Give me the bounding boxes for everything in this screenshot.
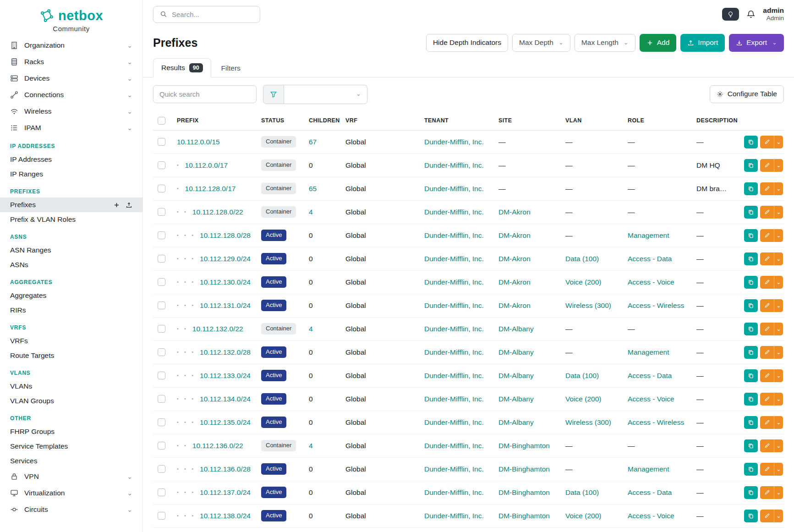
- tenant-link[interactable]: Dunder-Mifflin, Inc.: [424, 302, 484, 309]
- sidebar-item-vpn[interactable]: VPN⌄: [0, 468, 142, 485]
- site-link[interactable]: DM-Binghamton: [498, 512, 550, 520]
- tenant-link[interactable]: Dunder-Mifflin, Inc.: [424, 512, 484, 520]
- row-checkbox[interactable]: [158, 465, 165, 473]
- edit-button[interactable]: [760, 323, 774, 335]
- sidebar-item-organization[interactable]: Organization⌄: [0, 37, 142, 54]
- role-link[interactable]: Access - Wireless: [628, 418, 684, 426]
- vlan-link[interactable]: Data (100): [565, 372, 599, 379]
- tenant-link[interactable]: Dunder-Mifflin, Inc.: [424, 231, 484, 239]
- site-link[interactable]: DM-Binghamton: [498, 442, 550, 450]
- tenant-link[interactable]: Dunder-Mifflin, Inc.: [424, 348, 484, 356]
- edit-dropdown-button[interactable]: ⌄: [774, 229, 783, 242]
- sidebar-item-rirs[interactable]: RIRs: [0, 303, 142, 318]
- add-button[interactable]: Add: [640, 34, 677, 52]
- row-checkbox[interactable]: [158, 488, 165, 496]
- edit-button[interactable]: [760, 136, 774, 148]
- sidebar-item-asn-ranges[interactable]: ASN Ranges: [0, 243, 142, 258]
- edit-button[interactable]: [760, 182, 774, 195]
- tenant-link[interactable]: Dunder-Mifflin, Inc.: [424, 465, 484, 473]
- edit-dropdown-button[interactable]: ⌄: [774, 252, 783, 265]
- tenant-link[interactable]: Dunder-Mifflin, Inc.: [424, 395, 484, 403]
- tenant-link[interactable]: Dunder-Mifflin, Inc.: [424, 418, 484, 426]
- prefix-link[interactable]: 10.112.131.0/24: [200, 302, 251, 309]
- row-checkbox[interactable]: [158, 278, 165, 286]
- row-checkbox[interactable]: [158, 138, 165, 146]
- site-link[interactable]: DM-Albany: [498, 418, 534, 426]
- saved-filter-select[interactable]: ⌄: [284, 85, 367, 104]
- vlan-link[interactable]: Voice (200): [565, 395, 601, 403]
- row-checkbox[interactable]: [158, 161, 165, 169]
- edit-button[interactable]: [760, 393, 774, 406]
- tenant-link[interactable]: Dunder-Mifflin, Inc.: [424, 208, 484, 216]
- prefix-link[interactable]: 10.112.134.0/24: [200, 395, 251, 403]
- row-checkbox[interactable]: [158, 395, 165, 403]
- prefix-link[interactable]: 10.112.135.0/24: [200, 418, 251, 426]
- row-checkbox[interactable]: [158, 185, 165, 192]
- prefix-link[interactable]: 10.112.133.0/24: [200, 372, 251, 379]
- edit-button[interactable]: [760, 439, 774, 452]
- role-link[interactable]: Management: [628, 348, 669, 356]
- theme-toggle-button[interactable]: [722, 8, 739, 21]
- edit-dropdown-button[interactable]: ⌄: [774, 323, 783, 335]
- row-checkbox[interactable]: [158, 255, 165, 263]
- sidebar-item-fhrp-groups[interactable]: FHRP Groups: [0, 424, 142, 439]
- vlan-link[interactable]: Data (100): [565, 488, 599, 496]
- prefix-link[interactable]: 10.112.136.0/28: [200, 465, 251, 473]
- edit-dropdown-button[interactable]: ⌄: [774, 182, 783, 195]
- max-length-dropdown[interactable]: Max Length ⌄: [575, 34, 635, 52]
- edit-dropdown-button[interactable]: ⌄: [774, 136, 783, 148]
- row-checkbox[interactable]: [158, 442, 165, 450]
- edit-dropdown-button[interactable]: ⌄: [774, 439, 783, 452]
- select-all-checkbox[interactable]: [158, 117, 165, 125]
- role-link[interactable]: Access - Data: [628, 255, 672, 263]
- role-link[interactable]: Access - Data: [628, 372, 672, 379]
- prefix-link[interactable]: 10.112.132.0/22: [192, 325, 243, 333]
- sidebar-item-route-targets[interactable]: Route Targets: [0, 348, 142, 363]
- children-count-link[interactable]: 4: [309, 208, 313, 216]
- copy-button[interactable]: [744, 159, 758, 172]
- edit-button[interactable]: [760, 510, 774, 522]
- tab-results[interactable]: Results 90: [153, 58, 211, 77]
- sidebar-item-circuits[interactable]: Circuits⌄: [0, 501, 142, 518]
- edit-button[interactable]: [760, 229, 774, 242]
- edit-button[interactable]: [760, 486, 774, 499]
- tenant-link[interactable]: Dunder-Mifflin, Inc.: [424, 325, 484, 333]
- vlan-link[interactable]: Voice (200): [565, 512, 601, 520]
- edit-dropdown-button[interactable]: ⌄: [774, 369, 783, 382]
- sidebar-item-vrfs[interactable]: VRFs: [0, 334, 142, 348]
- prefix-link[interactable]: 10.112.128.0/28: [200, 231, 251, 239]
- edit-button[interactable]: [760, 299, 774, 312]
- edit-dropdown-button[interactable]: ⌄: [774, 463, 783, 476]
- edit-dropdown-button[interactable]: ⌄: [774, 159, 783, 172]
- site-link[interactable]: DM-Akron: [498, 278, 531, 286]
- sidebar-item-virtualization[interactable]: Virtualization⌄: [0, 485, 142, 501]
- filter-button[interactable]: [263, 85, 284, 104]
- sidebar-item-devices[interactable]: Devices⌄: [0, 70, 142, 87]
- site-link[interactable]: DM-Akron: [498, 208, 531, 216]
- sidebar-item-services[interactable]: Services: [0, 454, 142, 468]
- edit-dropdown-button[interactable]: ⌄: [774, 206, 783, 219]
- prefix-link[interactable]: 10.112.129.0/24: [200, 255, 251, 263]
- role-link[interactable]: Access - Wireless: [628, 302, 684, 309]
- copy-button[interactable]: [744, 182, 758, 195]
- site-link[interactable]: DM-Akron: [498, 255, 531, 263]
- site-link[interactable]: DM-Binghamton: [498, 488, 550, 496]
- copy-button[interactable]: [744, 276, 758, 289]
- edit-dropdown-button[interactable]: ⌄: [774, 299, 783, 312]
- edit-dropdown-button[interactable]: ⌄: [774, 346, 783, 359]
- site-link[interactable]: DM-Albany: [498, 348, 534, 356]
- copy-button[interactable]: [744, 369, 758, 382]
- quick-search-input[interactable]: [153, 85, 257, 103]
- edit-button[interactable]: [760, 416, 774, 429]
- copy-button[interactable]: [744, 136, 758, 148]
- children-count-link[interactable]: 4: [309, 325, 313, 333]
- prefix-link[interactable]: 10.112.137.0/24: [200, 488, 251, 496]
- global-search-input[interactable]: [172, 11, 253, 18]
- copy-button[interactable]: [744, 486, 758, 499]
- prefix-link[interactable]: 10.112.0.0/15: [177, 138, 220, 146]
- sidebar-item-aggregates[interactable]: Aggregates: [0, 288, 142, 303]
- children-count-link[interactable]: 4: [309, 442, 313, 450]
- edit-dropdown-button[interactable]: ⌄: [774, 486, 783, 499]
- copy-button[interactable]: [744, 346, 758, 359]
- copy-button[interactable]: [744, 439, 758, 452]
